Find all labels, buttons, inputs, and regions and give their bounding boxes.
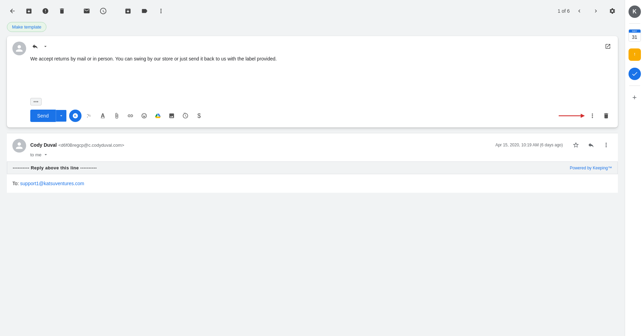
compose-inner: We accept returns by mail or in person. … bbox=[30, 42, 612, 122]
label-button[interactable] bbox=[138, 4, 151, 18]
make-template-button[interactable]: Make template bbox=[7, 22, 46, 32]
photo-button[interactable] bbox=[165, 110, 178, 122]
compose-more-button[interactable] bbox=[586, 110, 599, 122]
drive-button[interactable] bbox=[152, 110, 164, 122]
prev-button[interactable] bbox=[572, 4, 586, 18]
right-sidebar: K MAY 31 ! + bbox=[625, 0, 644, 336]
to-me-dropdown[interactable] bbox=[43, 152, 49, 157]
compose-ellipsis[interactable]: ••• bbox=[30, 98, 42, 105]
compose-body-text: We accept returns by mail or in person. … bbox=[30, 55, 612, 63]
move-button[interactable] bbox=[121, 4, 135, 18]
email-sender-info: Cody Duval <d6f0Bregcp@c.codyduval.com> bbox=[30, 142, 124, 148]
archive-button[interactable] bbox=[22, 4, 36, 18]
svg-text:K: K bbox=[74, 114, 76, 117]
add-icon: + bbox=[629, 91, 641, 104]
email-sender-line: Cody Duval <d6f0Bregcp@c.codyduval.com> … bbox=[30, 139, 612, 151]
sidebar-divider-1 bbox=[629, 23, 640, 24]
reply-banner-text: ---------- Reply above this line -------… bbox=[13, 165, 97, 170]
keeping-brand-button[interactable]: K bbox=[69, 110, 82, 122]
email-actions bbox=[570, 139, 612, 151]
send-btn-group: Send bbox=[30, 110, 66, 122]
pagination: 1 of 6 bbox=[558, 4, 603, 18]
compose-box: We accept returns by mail or in person. … bbox=[7, 36, 618, 127]
settings-button[interactable] bbox=[605, 4, 619, 18]
sidebar-tasks-button[interactable] bbox=[626, 66, 643, 82]
email-sender-address: <d6f0Bregcp@c.codyduval.com> bbox=[58, 143, 124, 148]
keeping-sidebar-icon: ! bbox=[629, 48, 641, 61]
svg-text:!: ! bbox=[634, 53, 635, 56]
link-button[interactable] bbox=[124, 110, 137, 122]
pagination-text: 1 of 6 bbox=[558, 8, 570, 14]
tasks-sidebar-icon bbox=[629, 68, 641, 80]
email-to-link[interactable]: support1@katsuventures.com bbox=[20, 181, 84, 186]
calendar-day: 31 bbox=[629, 33, 641, 41]
more-button[interactable] bbox=[154, 4, 168, 18]
more-email-button[interactable] bbox=[600, 139, 612, 151]
send-dropdown-button[interactable] bbox=[56, 110, 66, 122]
email-body: To: support1@katsuventures.com bbox=[7, 180, 618, 193]
sidebar-avatar-button[interactable]: K bbox=[626, 3, 643, 20]
font-button[interactable]: A bbox=[97, 110, 109, 122]
compose-body[interactable]: We accept returns by mail or in person. … bbox=[30, 54, 612, 95]
calendar-month: MAY bbox=[629, 30, 641, 33]
email-to-line: to me bbox=[30, 152, 612, 157]
attach-button[interactable] bbox=[110, 110, 123, 122]
email-card: Cody Duval <d6f0Bregcp@c.codyduval.com> … bbox=[7, 133, 618, 193]
thread-content: Make template bbox=[0, 22, 625, 336]
sidebar-divider-2 bbox=[629, 86, 640, 86]
email-to-label: to me bbox=[30, 152, 42, 157]
compose-reply-controls bbox=[30, 42, 50, 51]
emoji-button[interactable] bbox=[138, 110, 150, 122]
reply-button[interactable] bbox=[30, 42, 40, 51]
next-button[interactable] bbox=[589, 4, 603, 18]
sidebar-add-button[interactable]: + bbox=[626, 89, 643, 106]
compose-avatar bbox=[12, 42, 26, 55]
compose-toolbar: Send K A bbox=[30, 110, 612, 122]
compose-discard-button[interactable] bbox=[600, 110, 612, 122]
user-avatar: K bbox=[629, 5, 641, 18]
reply-dropdown-button[interactable] bbox=[41, 42, 50, 51]
email-sender-name: Cody Duval bbox=[30, 142, 57, 148]
powered-by: Powered by Keeping™ bbox=[570, 166, 612, 170]
reply-email-button[interactable] bbox=[585, 139, 597, 151]
email-date: Apr 15, 2020, 10:19 AM (6 days ago) bbox=[495, 143, 563, 147]
spam-button[interactable] bbox=[39, 4, 52, 18]
back-button[interactable] bbox=[6, 4, 19, 18]
calendar-icon: MAY 31 bbox=[629, 29, 641, 42]
sidebar-calendar-button[interactable]: MAY 31 bbox=[626, 27, 643, 44]
dollar-button[interactable]: $ bbox=[193, 110, 205, 122]
mark-unread-button[interactable] bbox=[80, 4, 94, 18]
email-avatar bbox=[12, 139, 26, 153]
star-button[interactable] bbox=[570, 139, 582, 151]
reply-banner: ---------- Reply above this line -------… bbox=[7, 161, 618, 174]
send-button[interactable]: Send bbox=[30, 110, 56, 122]
delete-button[interactable] bbox=[55, 4, 69, 18]
email-header: Cody Duval <d6f0Bregcp@c.codyduval.com> … bbox=[7, 139, 618, 161]
svg-marker-3 bbox=[581, 114, 585, 118]
snooze-button[interactable] bbox=[96, 4, 110, 18]
formatting-button[interactable] bbox=[83, 110, 95, 122]
red-arrow-indicator bbox=[557, 112, 585, 120]
sidebar-keeping-button[interactable]: ! bbox=[626, 46, 643, 63]
compose-header bbox=[30, 42, 612, 51]
top-toolbar: 1 of 6 bbox=[0, 0, 625, 22]
compose-expand-button[interactable] bbox=[603, 42, 612, 51]
email-meta: Cody Duval <d6f0Bregcp@c.codyduval.com> … bbox=[30, 139, 612, 157]
timer-button[interactable] bbox=[179, 110, 192, 122]
email-body-to: To: support1@katsuventures.com bbox=[12, 180, 612, 187]
